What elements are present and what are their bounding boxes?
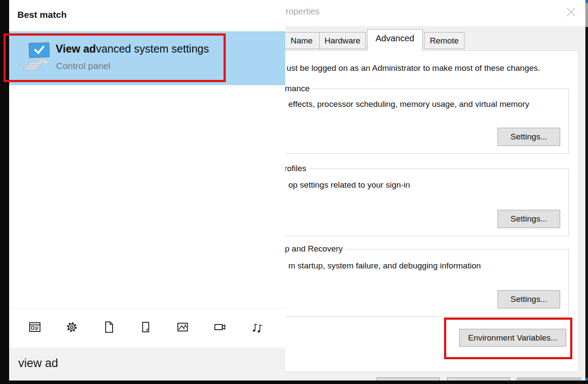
videos-filter-icon[interactable] <box>213 320 227 334</box>
tab-remote[interactable]: Remote <box>424 32 464 49</box>
ok-button-partial[interactable] <box>377 377 440 381</box>
performance-settings-button[interactable]: Settings... <box>498 128 560 146</box>
apply-button-partial[interactable] <box>517 377 581 381</box>
dialog-titlebar[interactable]: roperties <box>285 0 585 26</box>
search-input[interactable] <box>17 356 263 371</box>
user-profiles-group-label: Profiles <box>285 164 308 173</box>
music-filter-icon[interactable] <box>250 320 264 334</box>
annotation-box-environment-variables <box>444 318 572 359</box>
photos-filter-icon[interactable] <box>176 320 190 334</box>
advanced-tab-page: ust be logged on as an Administrator to … <box>285 50 578 372</box>
search-filter-row <box>9 320 285 334</box>
folders-filter-icon[interactable] <box>139 320 153 334</box>
screen-edge-right <box>585 0 588 384</box>
screen-edge-bottom <box>0 381 588 384</box>
user-profiles-group: Profiles op settings related to your sig… <box>285 169 569 236</box>
user-profiles-settings-button[interactable]: Settings... <box>498 210 560 228</box>
performance-group: mance effects, processor scheduling, mem… <box>285 89 569 154</box>
startup-recovery-description: m startup, system failure, and debugging… <box>288 261 481 271</box>
performance-group-label: mance <box>285 84 312 93</box>
documents-filter-icon[interactable] <box>102 320 116 334</box>
best-match-header: Best match <box>17 10 67 20</box>
dialog-title: roperties <box>286 7 320 17</box>
tab-hardware[interactable]: Hardware <box>319 32 366 49</box>
admin-note-text: ust be logged on as an Administrator to … <box>287 63 540 73</box>
performance-description: effects, processor scheduling, memory us… <box>288 99 529 109</box>
startup-recovery-settings-button[interactable]: Settings... <box>498 290 560 308</box>
settings-filter-icon[interactable] <box>65 320 79 334</box>
screen-edge-gray <box>585 3 588 27</box>
annotation-box-best-match <box>3 33 226 82</box>
screenshot-root: roperties Name Hardware Advanced Remote … <box>0 0 588 384</box>
apps-filter-icon[interactable] <box>28 320 42 334</box>
tab-advanced[interactable]: Advanced <box>367 29 423 51</box>
search-bar[interactable] <box>9 348 285 381</box>
panel-divider <box>9 308 285 309</box>
tab-computer-name[interactable]: Name <box>285 32 321 49</box>
close-icon[interactable] <box>563 3 579 21</box>
system-properties-dialog: roperties Name Hardware Advanced Remote … <box>285 0 585 381</box>
startup-recovery-group: p and Recovery m startup, system failure… <box>285 249 569 317</box>
startup-recovery-group-label: p and Recovery <box>285 244 345 254</box>
screen-edge-accent-top <box>585 0 588 3</box>
user-profiles-description: op settings related to your sign-in <box>288 180 410 190</box>
cancel-button-partial[interactable] <box>447 377 510 381</box>
